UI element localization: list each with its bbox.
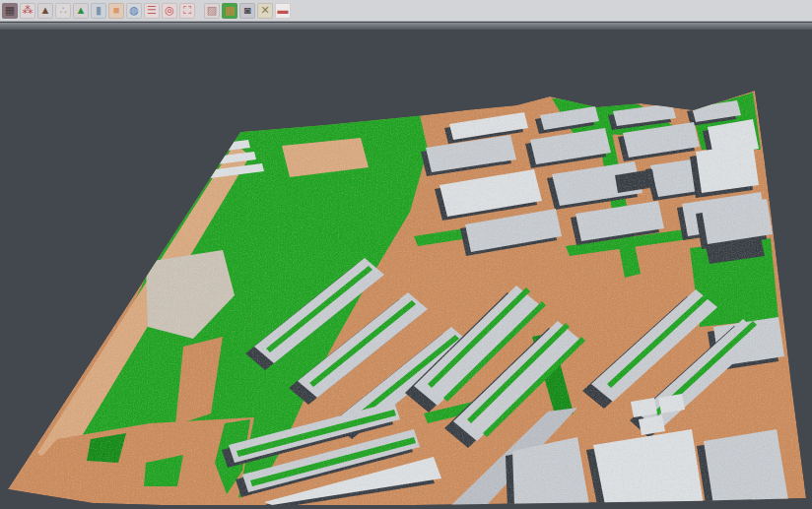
orange-layer-icon-glyph: ■ xyxy=(113,5,120,16)
camera-icon-glyph: ◙ xyxy=(244,5,251,16)
red-stripes-icon[interactable]: ☰ xyxy=(144,3,160,19)
eraser-icon-glyph: ▬ xyxy=(278,5,289,16)
checker-grid-icon-glyph: ▨ xyxy=(207,5,217,16)
terrain-icon[interactable]: ▲ xyxy=(37,3,53,19)
toolbar: ▦⁂▲∴▲▮■◍☰◎⛶▨▩◙✕▬ xyxy=(0,0,812,22)
scene-svg xyxy=(0,30,812,509)
selection-brackets-icon[interactable]: ⛶ xyxy=(179,3,195,19)
orange-layer-icon[interactable]: ■ xyxy=(108,3,124,19)
toolbar-edge xyxy=(0,23,812,30)
cross-marks-icon-glyph: ✕ xyxy=(260,5,269,16)
classification-map-icon[interactable]: ▩ xyxy=(222,3,237,19)
classification-map-icon-glyph: ▩ xyxy=(225,5,235,16)
panel-icon-glyph: ▮ xyxy=(96,5,102,16)
target-ring-icon[interactable]: ◎ xyxy=(162,3,177,19)
toolbar-separator xyxy=(197,3,202,19)
camera-icon[interactable]: ◙ xyxy=(239,3,255,19)
vegetation-mound-icon[interactable]: ▲ xyxy=(73,3,89,19)
target-ring-icon-glyph: ◎ xyxy=(165,5,174,16)
dark-cube-icon-glyph: ▦ xyxy=(5,5,15,16)
vegetation-mound-icon-glyph: ▲ xyxy=(76,5,87,16)
classify-points-icon[interactable]: ⁂ xyxy=(20,3,35,19)
globe-icon-glyph: ◍ xyxy=(129,5,139,16)
selection-brackets-icon-glyph: ⛶ xyxy=(183,5,191,16)
sparse-points-icon-glyph: ∴ xyxy=(60,5,67,16)
globe-icon[interactable]: ◍ xyxy=(126,3,142,19)
terrain-icon-glyph: ▲ xyxy=(40,5,51,16)
cross-marks-icon[interactable]: ✕ xyxy=(257,3,273,19)
sparse-points-icon[interactable]: ∴ xyxy=(55,3,71,19)
panel-icon[interactable]: ▮ xyxy=(91,3,106,19)
classify-points-icon-glyph: ⁂ xyxy=(23,5,34,16)
red-stripes-icon-glyph: ☰ xyxy=(147,5,157,16)
viewport-3d[interactable] xyxy=(0,30,812,509)
point-noise-dark xyxy=(0,30,812,509)
checker-grid-icon[interactable]: ▨ xyxy=(204,3,220,19)
dark-cube-icon[interactable]: ▦ xyxy=(2,3,18,19)
eraser-icon[interactable]: ▬ xyxy=(275,3,291,19)
